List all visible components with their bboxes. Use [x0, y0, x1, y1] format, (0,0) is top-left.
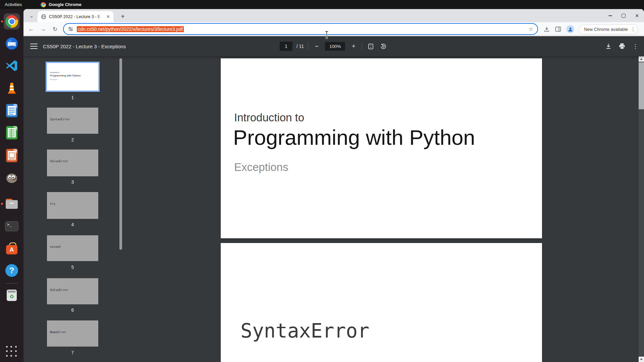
scrollbar-thumb[interactable] — [639, 62, 644, 109]
chrome-window: ⌄ CS50P 2022 - Lecture 3 - E ✕ + ✕ ← → ↻ — [23, 9, 644, 362]
dock-item-help[interactable]: ? — [4, 262, 20, 279]
thumbnail-scrollbar[interactable] — [119, 58, 122, 250]
pdf-print-button[interactable] — [618, 42, 626, 50]
dock-item-gimp[interactable] — [4, 170, 20, 186]
tab-search-button[interactable]: ⌄ — [28, 11, 36, 19]
thumb-text: try — [50, 202, 55, 205]
thumbnail-page-7[interactable]: NameError — [47, 320, 98, 347]
thumbnail-label: 5 — [47, 264, 98, 270]
dock-item-vscode[interactable] — [4, 58, 20, 74]
maximize-button[interactable] — [620, 12, 627, 19]
pdf-scrollbar[interactable] — [639, 56, 644, 362]
tab-close-button[interactable]: ✕ — [106, 14, 110, 19]
thumb-text: SyntaxError — [50, 118, 70, 121]
focused-app-indicator[interactable]: Google Chrome — [41, 2, 82, 7]
reload-button[interactable]: ↻ — [50, 24, 60, 34]
browser-toolbar: ← → ↻ cdn.cs50.net/python/2022/x/lecture… — [23, 22, 644, 36]
dock-item-google-chrome[interactable] — [4, 13, 20, 29]
zoom-in-button[interactable]: + — [349, 42, 358, 51]
thumb-text: ValueError — [50, 288, 68, 292]
pdf-download-button[interactable] — [604, 42, 612, 50]
browser-menu-icon[interactable]: ⋮ — [631, 26, 636, 32]
toolbar-right-group: New Chrome available ⋮ — [543, 22, 638, 36]
pdf-more-options-button[interactable]: ⋮ — [631, 42, 639, 50]
thumbnail-page-1[interactable]: Introduction to Programming with Python … — [46, 62, 100, 92]
activities-button[interactable]: Activities — [5, 2, 22, 7]
window-controls: ✕ — [606, 11, 641, 20]
dock-item-libreoffice-calc[interactable] — [4, 125, 20, 141]
thumb1-kicker: Introduction to — [50, 72, 60, 73]
tab-cs50p-lecture3[interactable]: CS50P 2022 - Lecture 3 - E ✕ — [38, 11, 113, 22]
thumbnail-page-5[interactable]: except — [47, 235, 98, 261]
profile-avatar[interactable] — [566, 25, 574, 33]
zoom-out-button[interactable]: − — [312, 42, 321, 51]
vlc-icon — [5, 81, 18, 95]
download-icon — [605, 43, 612, 50]
scroll-down-button[interactable] — [639, 357, 644, 362]
rotate-ccw-icon — [380, 43, 387, 50]
focused-app-name: Google Chrome — [49, 2, 82, 7]
trash-icon: ♻ — [7, 290, 17, 301]
thumbnail-label: 7 — [47, 350, 98, 355]
dock: >_ A ? ♻ — [0, 9, 23, 362]
forward-button[interactable]: → — [39, 24, 48, 34]
site-settings-icon[interactable] — [68, 26, 73, 32]
pdf-document-title: CS50P 2022 - Lecture 3 - Exceptions — [43, 36, 126, 56]
pdf-page-1: Introduction to Programming with Python … — [221, 58, 542, 238]
dock-item-terminal[interactable]: >_ — [4, 218, 20, 234]
files-icon — [6, 199, 18, 209]
pdf-menu-icon[interactable] — [30, 43, 38, 50]
page-count-label: / 11 — [297, 44, 304, 49]
dock-item-thunderbird[interactable] — [4, 36, 20, 52]
downloads-icon[interactable] — [543, 26, 550, 33]
system-top-bar: Activities Google Chrome — [0, 0, 644, 9]
thumbnail-page-3[interactable]: ValueError — [47, 149, 98, 176]
scroll-up-button[interactable] — [639, 56, 644, 62]
dock-item-files[interactable] — [4, 196, 20, 212]
show-applications-button[interactable] — [6, 346, 17, 357]
pdf-toolbar: CS50P 2022 - Lecture 3 - Exceptions / 11… — [23, 36, 644, 56]
chrome-update-button[interactable]: New Chrome available ⋮ — [579, 24, 638, 34]
tab-title: CS50P 2022 - Lecture 3 - E — [49, 14, 100, 19]
ubuntu-software-icon: A — [6, 242, 17, 254]
close-window-button[interactable]: ✕ — [633, 12, 641, 19]
dock-item-vlc[interactable] — [4, 80, 20, 96]
thumb1-subtitle: Exceptions — [50, 79, 57, 80]
chrome-update-label: New Chrome available — [584, 27, 628, 32]
dock-item-libreoffice-writer[interactable] — [4, 103, 20, 119]
thumbnail-page-4[interactable]: try — [47, 192, 98, 219]
dock-item-trash[interactable]: ♻ — [4, 287, 20, 303]
minimize-button[interactable] — [606, 12, 614, 19]
text-cursor — [325, 31, 329, 39]
thumb-text: ValueError — [50, 160, 68, 163]
person-icon — [568, 27, 573, 32]
gimp-icon — [5, 172, 18, 184]
back-button[interactable]: ← — [26, 24, 36, 34]
dock-item-ubuntu-software[interactable]: A — [4, 240, 20, 256]
chrome-icon — [5, 15, 18, 28]
bookmark-star-icon[interactable]: ☆ — [529, 26, 533, 32]
libreoffice-calc-icon — [6, 126, 17, 139]
thumbnail-page-6[interactable]: ValueError — [47, 278, 98, 304]
thumbnail-label: 6 — [47, 307, 98, 313]
chrome-running-indicator — [1, 20, 3, 22]
zoom-level-value[interactable]: 100% — [325, 42, 345, 51]
pdf-viewer-area: Introduction to Programming with Python … — [23, 56, 644, 362]
globe-favicon — [41, 14, 46, 19]
address-bar[interactable]: cdn.cs50.net/python/2022/x/lectures/3/le… — [64, 24, 537, 34]
page-number-input[interactable] — [280, 42, 292, 51]
dock-item-libreoffice-impress[interactable] — [4, 147, 20, 164]
toolbar-divider — [308, 43, 308, 50]
fit-page-icon — [368, 43, 374, 50]
rotate-button[interactable] — [379, 42, 388, 51]
print-icon — [619, 43, 626, 50]
files-running-indicator — [1, 203, 3, 205]
url-text-selected[interactable]: cdn.cs50.net/python/2022/x/lectures/3/le… — [77, 26, 184, 32]
thumbnail-label: 1 — [47, 95, 98, 100]
new-tab-button[interactable]: + — [118, 12, 127, 21]
fit-to-page-button[interactable] — [366, 42, 375, 51]
side-panel-icon[interactable] — [555, 26, 561, 33]
thumbnail-page-2[interactable]: SyntaxError — [47, 108, 98, 134]
slide-code-title: SyntaxError — [240, 319, 369, 342]
slide-kicker: Introduction to — [234, 111, 304, 124]
